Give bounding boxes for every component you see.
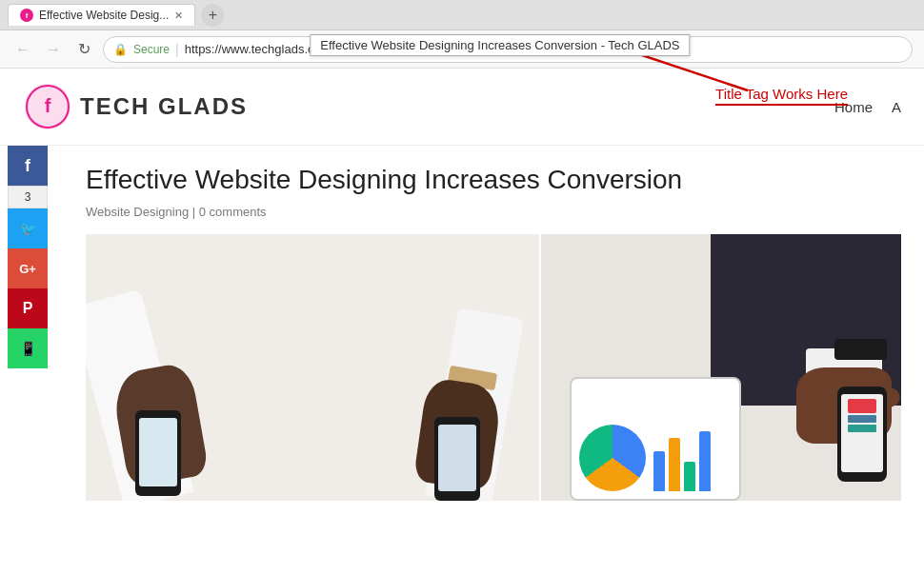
- browser-tab-bar: f Effective Website Desig... ✕ +: [0, 0, 924, 30]
- tablet-display: [570, 377, 741, 501]
- tab-title: Effective Website Desig...: [39, 9, 169, 22]
- site-logo: f TECH GLADS: [23, 82, 248, 131]
- annotation-label: Title Tag Works Here: [715, 86, 848, 106]
- url-separator: |: [175, 42, 179, 57]
- page-content: f TECH GLADS Home A Title Tag Works Here…: [0, 69, 924, 501]
- browser-tab[interactable]: f Effective Website Desig... ✕: [8, 4, 195, 26]
- back-button[interactable]: ←: [11, 38, 34, 61]
- social-sidebar: f 3 🐦 G+ P 📱: [8, 146, 48, 368]
- refresh-button[interactable]: ↻: [72, 38, 95, 61]
- article-meta: Website Designing | 0 comments: [86, 205, 901, 219]
- pinterest-button[interactable]: P: [8, 288, 48, 328]
- whatsapp-button[interactable]: 📱: [8, 328, 48, 368]
- logo-svg: f: [23, 82, 72, 131]
- tab-close-button[interactable]: ✕: [174, 10, 183, 22]
- article-category[interactable]: Website Designing: [86, 205, 189, 219]
- new-tab-button[interactable]: +: [201, 4, 224, 27]
- tab-title-tooltip: Effective Website Designing Increases Co…: [310, 34, 690, 56]
- annotation-container: Title Tag Works Here: [715, 86, 848, 106]
- article-image-area: [86, 234, 901, 501]
- article-image-left: [86, 234, 539, 501]
- phone-right: [837, 387, 887, 482]
- lock-icon: 🔒: [113, 43, 128, 56]
- google-plus-button[interactable]: G+: [8, 248, 48, 288]
- tab-favicon: f: [20, 9, 33, 22]
- left-arm-shape: [114, 244, 210, 501]
- nav-more[interactable]: A: [892, 99, 901, 115]
- site-header: f TECH GLADS Home A Title Tag Works Here: [0, 69, 924, 146]
- forward-button[interactable]: →: [42, 38, 65, 61]
- article-area: f 3 🐦 G+ P 📱 Effective Website Designing…: [0, 146, 924, 501]
- browser-chrome: f Effective Website Desig... ✕ + Effecti…: [0, 0, 924, 69]
- facebook-count: 3: [8, 186, 48, 208]
- svg-text:f: f: [45, 95, 51, 116]
- right-arm-shape: [387, 244, 501, 501]
- article-comments[interactable]: 0 comments: [199, 205, 267, 219]
- twitter-button[interactable]: 🐦: [8, 208, 48, 248]
- meta-separator: |: [192, 205, 199, 219]
- facebook-button[interactable]: f: [8, 146, 48, 186]
- tab-title-full: Effective Website Designing Increases Co…: [320, 38, 679, 52]
- logo-text: TECH GLADS: [80, 93, 248, 120]
- article-image-right: [539, 234, 902, 501]
- article-title: Effective Website Designing Increases Co…: [86, 165, 901, 195]
- secure-label: Secure: [133, 43, 170, 56]
